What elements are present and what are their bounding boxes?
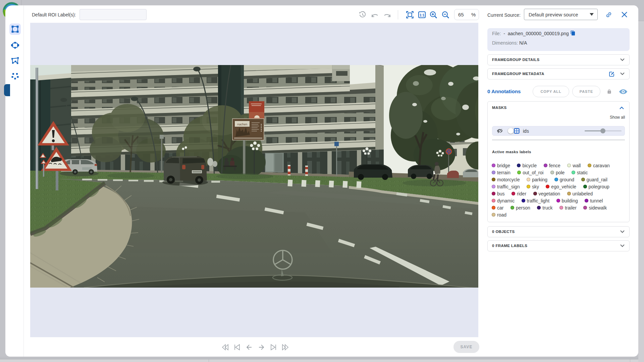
svg-text:1:1: 1:1 xyxy=(420,13,425,17)
